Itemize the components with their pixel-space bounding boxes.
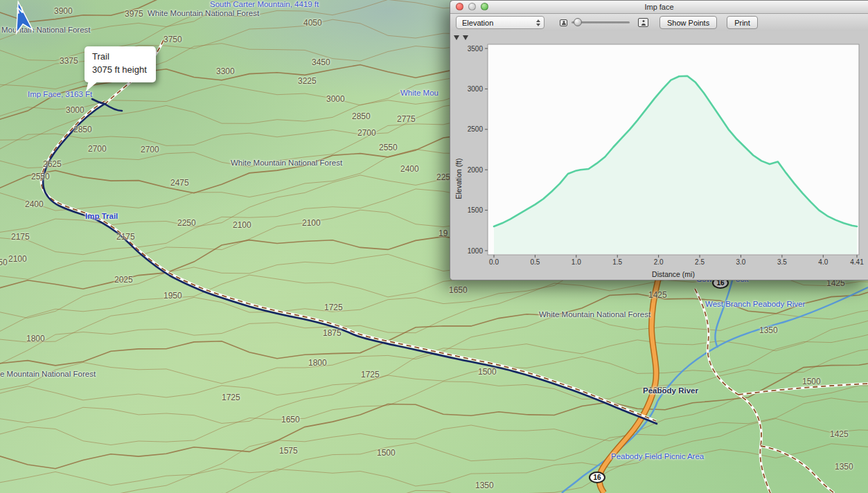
y-tick-label: 2000 <box>468 166 484 174</box>
x-tick-label: 2.5 <box>695 258 705 266</box>
x-axis-label: Distance (mi) <box>488 270 859 278</box>
elevation-profile-chart[interactable]: 1000150020002500300035000.00.51.01.52.02… <box>450 31 868 280</box>
y-tick-label: 3000 <box>468 85 484 93</box>
minimize-button[interactable] <box>468 3 476 10</box>
x-tick-label: 0.0 <box>489 258 499 266</box>
small-size-icon <box>560 19 567 26</box>
profile-chart-area: 1000150020002500300035000.00.51.01.52.02… <box>450 31 868 280</box>
x-tick-label: 4.41 <box>850 258 864 266</box>
x-tick-label: 1.0 <box>572 258 581 266</box>
y-tick-label: 1000 <box>468 247 484 255</box>
x-tick-label: 0.5 <box>530 258 540 266</box>
trail-tooltip: Trail 3075 ft height <box>85 46 156 82</box>
x-tick-label: 3.0 <box>736 258 746 266</box>
y-axis-label: Elevation (ft) <box>454 144 463 213</box>
x-tick-label: 1.5 <box>612 258 622 266</box>
x-tick-label: 3.5 <box>777 258 787 266</box>
y-tick-label: 3500 <box>468 45 484 53</box>
dropdown-value: Elevation <box>462 19 493 27</box>
profile-window[interactable]: Imp face Elevation Show Points Print 100 <box>450 0 868 280</box>
y-tick-label: 2500 <box>468 125 484 133</box>
dropdown-arrows-icon <box>536 19 540 26</box>
north-arrow-icon: N <box>7 0 36 35</box>
profile-mode-dropdown[interactable]: Elevation <box>456 16 544 29</box>
slider-knob[interactable] <box>574 18 582 26</box>
y-tick-label: 1500 <box>468 206 484 214</box>
close-button[interactable] <box>456 3 463 10</box>
window-title-bar[interactable]: Imp face <box>450 1 868 14</box>
tooltip-elevation: 3075 ft height <box>92 64 147 77</box>
print-button[interactable]: Print <box>727 16 758 29</box>
x-tick-label: 2.0 <box>654 258 664 266</box>
north-letter: N <box>16 4 24 16</box>
zoom-button[interactable] <box>481 3 488 10</box>
map-view[interactable]: 3900397537504050337533003450322530003000… <box>0 0 868 493</box>
traffic-lights <box>456 3 488 10</box>
large-size-icon <box>638 18 648 27</box>
show-points-button[interactable]: Show Points <box>659 16 717 29</box>
window-toolbar: Elevation Show Points Print <box>450 14 868 32</box>
tooltip-title: Trail <box>92 51 147 64</box>
size-slider[interactable] <box>572 21 630 24</box>
x-tick-label: 4.0 <box>818 258 828 266</box>
window-title: Imp face <box>450 3 868 11</box>
